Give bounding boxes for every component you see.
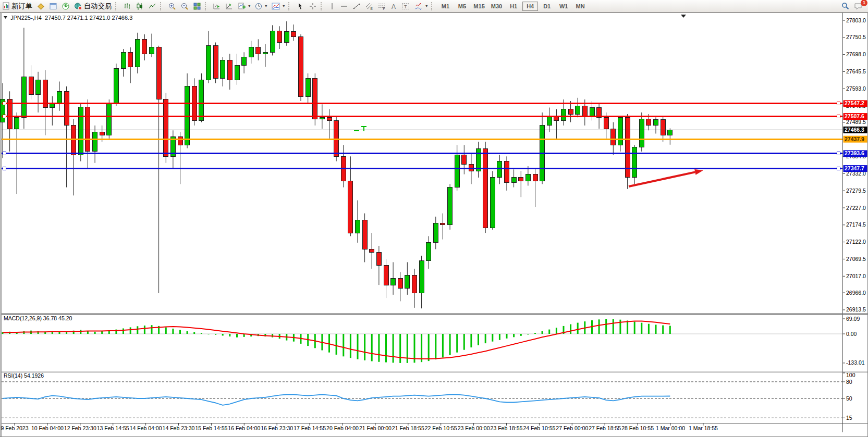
chart-shift-button[interactable] (223, 1, 236, 11)
chart-menu-caret-icon (4, 16, 7, 19)
auto-scroll-button[interactable] (211, 1, 223, 11)
svg-text:15: 15 (846, 415, 852, 421)
period-button[interactable]: ▾ (252, 1, 269, 11)
autotrading-globe-icon (74, 2, 82, 10)
toolbar-grip (115, 2, 118, 10)
arrows-button[interactable]: ▾ (412, 1, 430, 11)
macd-panel: MACD(12,26,9) 36.78 45.2069.090.00-133.0… (2, 315, 865, 366)
svg-text:14 Feb 23:30: 14 Feb 23:30 (163, 425, 195, 431)
tile-windows-button[interactable] (191, 1, 203, 11)
line-chart-button[interactable] (146, 1, 158, 11)
trade-markers (354, 127, 366, 131)
timeframe-M1[interactable]: M1 (437, 2, 453, 11)
svg-text:50: 50 (846, 395, 852, 402)
navigator-button[interactable] (59, 1, 72, 11)
svg-text:12 Feb 23:30: 12 Feb 23:30 (64, 425, 96, 431)
svg-text:27279.5: 27279.5 (846, 188, 866, 194)
bar-chart-button[interactable] (121, 1, 133, 11)
svg-text:10 Feb 04:00: 10 Feb 04:00 (31, 425, 64, 431)
timeframe-M5[interactable]: M5 (454, 2, 470, 11)
svg-text:27437.9: 27437.9 (845, 136, 864, 142)
data-window-icon (49, 2, 57, 10)
timeframe-M15[interactable]: M15 (471, 2, 487, 11)
horizontal-line-button[interactable] (338, 1, 350, 11)
timeframe-W1[interactable]: W1 (556, 2, 571, 11)
candlestick-chart-button[interactable] (133, 1, 146, 11)
price-label-27393.6: 27393.6 (843, 150, 867, 157)
svg-text:23 Feb 00:00: 23 Feb 00:00 (458, 425, 490, 431)
svg-text:20 Feb 04:00: 20 Feb 04:00 (326, 425, 359, 431)
cursor-button[interactable] (294, 1, 307, 11)
svg-text:27069.5: 27069.5 (846, 256, 866, 262)
svg-text:24 Feb 10:55: 24 Feb 10:55 (523, 425, 555, 431)
svg-text:JPN225-,H4 27450.7 27471.1 27: JPN225-,H4 27450.7 27471.1 27421.0 27466… (10, 15, 132, 21)
svg-text:80: 80 (846, 379, 852, 385)
text-label-button[interactable]: T (399, 1, 412, 11)
notifications-button[interactable]: 1 (852, 1, 865, 11)
svg-text:0.00: 0.00 (846, 331, 857, 337)
new-order-button[interactable]: 新订单 (0, 1, 34, 11)
svg-text:1 Mar 18:55: 1 Mar 18:55 (689, 425, 718, 431)
channel-button[interactable]: E (363, 1, 375, 11)
zoom-out-button[interactable] (178, 1, 191, 11)
chart-window: 27803.027750.527698.027645.527593.027540… (0, 13, 868, 437)
indicators-button[interactable]: ▾ (269, 1, 287, 11)
horizontal-line-icon (340, 2, 348, 10)
svg-text:E: E (371, 7, 373, 10)
timeframe-H4[interactable]: H4 (522, 2, 538, 11)
indicators-icon (271, 2, 280, 10)
timeframe-D1[interactable]: D1 (539, 2, 555, 11)
timeframe-MN[interactable]: MN (572, 2, 588, 11)
svg-text:27593.0: 27593.0 (846, 85, 866, 92)
horizontal-line-objects[interactable] (2, 102, 842, 170)
dropdown-caret-icon: ▾ (425, 4, 427, 8)
svg-text:27750.5: 27750.5 (846, 34, 866, 40)
zoom-out-icon (180, 2, 189, 10)
market-watch-icon (36, 2, 45, 10)
search-button[interactable] (839, 1, 852, 11)
svg-text:27489.5: 27489.5 (846, 119, 866, 125)
time-axis: 9 Feb 202310 Feb 04:0012 Feb 23:3013 Feb… (1, 423, 718, 431)
fibonacci-button[interactable]: F (375, 1, 388, 11)
line-chart-icon (148, 2, 156, 10)
arrow-annotation[interactable] (629, 169, 703, 186)
svg-text:26966.0: 26966.0 (846, 290, 866, 296)
vertical-line-icon (328, 2, 336, 10)
market-watch-button[interactable] (34, 1, 47, 11)
timeframe-M30[interactable]: M30 (488, 2, 505, 11)
svg-text:21 Feb 00:00: 21 Feb 00:00 (359, 425, 392, 431)
toolbar-grip (288, 2, 291, 10)
chart-title: JPN225-,H4 27450.7 27471.1 27421.0 27466… (4, 15, 686, 21)
svg-text:27507.6: 27507.6 (845, 113, 864, 119)
timeframe-group: M1M5M15M30H1H4D1W1MN (437, 2, 589, 11)
autotrading-button[interactable]: 自动交易 (72, 1, 114, 11)
price-label-27507.6: 27507.6 (843, 113, 867, 120)
svg-text:27547.2: 27547.2 (845, 100, 864, 106)
svg-text:28 Feb 10:55: 28 Feb 10:55 (621, 425, 654, 431)
svg-text:-133.01: -133.01 (846, 359, 865, 366)
svg-text:21 Feb 18:55: 21 Feb 18:55 (392, 425, 424, 431)
svg-text:A: A (392, 3, 396, 10)
tile-windows-icon (193, 2, 201, 10)
vertical-line-button[interactable] (326, 1, 338, 11)
dropdown-caret-icon: ▾ (265, 4, 267, 8)
data-window-button[interactable] (47, 1, 59, 11)
text-button[interactable]: A (388, 1, 399, 11)
price-axis: 27803.027750.527698.027645.527593.027540… (842, 17, 867, 313)
search-icon (841, 2, 850, 10)
svg-text:16 Feb 04:00: 16 Feb 04:00 (228, 425, 260, 431)
new-chart-button[interactable]: ▾ (236, 1, 252, 11)
new-order-icon (2, 2, 10, 10)
zoom-in-button[interactable] (166, 1, 178, 11)
macd-label: MACD(12,26,9) 36.78 45.20 (4, 315, 72, 321)
toolbar-grip (205, 2, 208, 10)
timeframe-H1[interactable]: H1 (506, 2, 521, 11)
crosshair-icon (309, 2, 317, 10)
svg-text:T: T (404, 4, 407, 9)
trendline-button[interactable] (350, 1, 363, 11)
candlestick-series (1, 21, 673, 308)
toolbar-grip (321, 2, 324, 10)
chart-canvas[interactable]: 27803.027750.527698.027645.527593.027540… (0, 13, 868, 437)
crosshair-button[interactable] (307, 1, 319, 11)
svg-text:27698.0: 27698.0 (846, 51, 866, 57)
